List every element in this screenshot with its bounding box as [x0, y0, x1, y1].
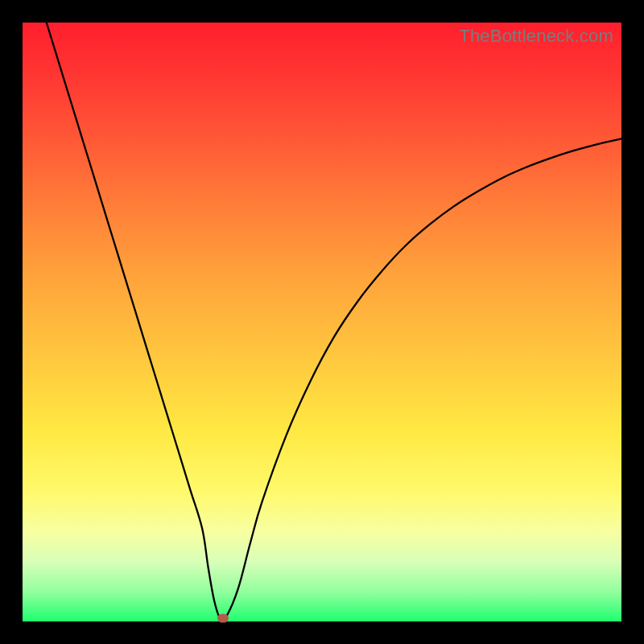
optimum-marker [217, 613, 229, 622]
plot-area: TheBottleneck.com [23, 23, 621, 621]
watermark-text: TheBottleneck.com [459, 26, 613, 47]
chart-frame: TheBottleneck.com [0, 0, 644, 644]
bottleneck-curve [23, 23, 621, 621]
